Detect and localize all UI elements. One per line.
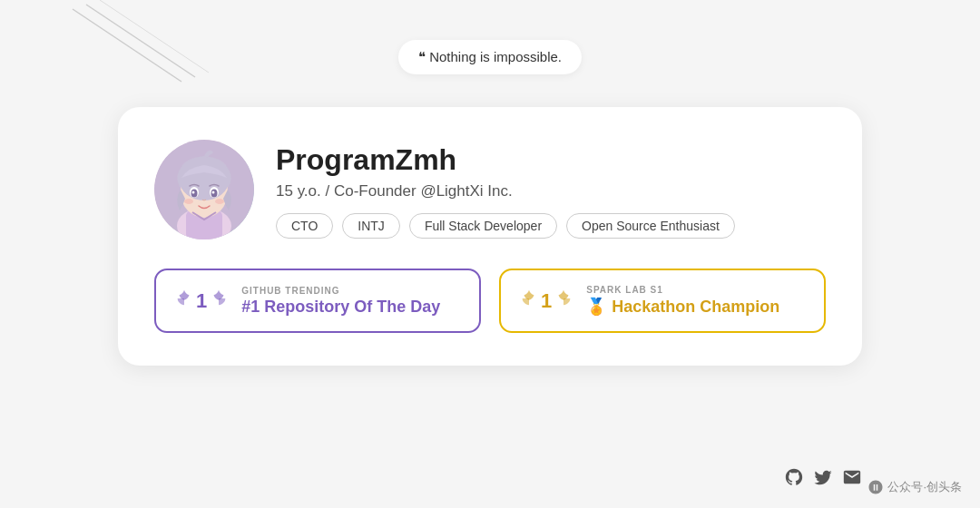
laurel-right-icon [209, 288, 229, 313]
rank-badge: 1 [174, 288, 229, 313]
achievement-title: #1 Repository Of The Day [241, 298, 440, 317]
tag-cto: CTO [276, 213, 333, 239]
profile-card: ProgramZmh 15 y.o. / Co-Founder @LightXi… [118, 107, 862, 366]
svg-point-15 [184, 199, 193, 204]
svg-line-2 [100, 0, 209, 73]
tag-open-source-enthusiast: Open Source Enthusiast [566, 213, 735, 239]
achievement-text: GITHUB TRENDING#1 Repository Of The Day [241, 286, 440, 317]
achievement-text: SPARK LAB S1🏅Hackathon Champion [586, 285, 779, 317]
twitter-icon[interactable] [813, 467, 833, 492]
achievement-spark: 1SPARK LAB S1🏅Hackathon Champion [499, 269, 826, 333]
username: ProgramZmh [276, 143, 826, 177]
laurel-left-icon [519, 288, 539, 313]
quote-bubble: ❝ Nothing is impossible. [398, 40, 582, 74]
watermark: 公众号·创头条 [867, 479, 962, 495]
avatar [154, 140, 254, 239]
svg-line-0 [73, 9, 181, 82]
watermark-text: 公众号·创头条 [887, 479, 962, 495]
rank-number: 1 [541, 291, 552, 311]
bio: 15 y.o. / Co-Founder @LightXi Inc. [276, 182, 826, 200]
laurel-left-icon [174, 288, 194, 313]
email-icon[interactable] [842, 467, 862, 492]
profile-section: ProgramZmh 15 y.o. / Co-Founder @LightXi… [154, 140, 826, 239]
svg-point-16 [215, 199, 224, 204]
svg-line-1 [86, 5, 195, 77]
achievement-github: 1GITHUB TRENDING#1 Repository Of The Day [154, 269, 481, 333]
svg-point-14 [212, 191, 215, 194]
rank-badge: 1 [519, 288, 573, 313]
achievements-container: 1GITHUB TRENDING#1 Repository Of The Day… [154, 269, 826, 333]
rank-number: 1 [196, 291, 207, 311]
tag-full-stack-developer: Full Stack Developer [409, 213, 557, 239]
achievement-label: SPARK LAB S1 [586, 285, 779, 295]
laurel-right-icon [554, 288, 573, 313]
github-icon[interactable] [784, 467, 804, 492]
svg-point-13 [192, 191, 195, 194]
quote-text: ❝ Nothing is impossible. [418, 49, 562, 64]
profile-info: ProgramZmh 15 y.o. / Co-Founder @LightXi… [276, 140, 826, 239]
bottom-bar [784, 467, 862, 492]
tags-container: CTOINTJFull Stack DeveloperOpen Source E… [276, 213, 826, 239]
achievement-label: GITHUB TRENDING [241, 286, 440, 296]
achievement-title: Hackathon Champion [612, 298, 779, 317]
tag-intj: INTJ [342, 213, 400, 239]
medal-icon: 🏅 [586, 297, 606, 317]
